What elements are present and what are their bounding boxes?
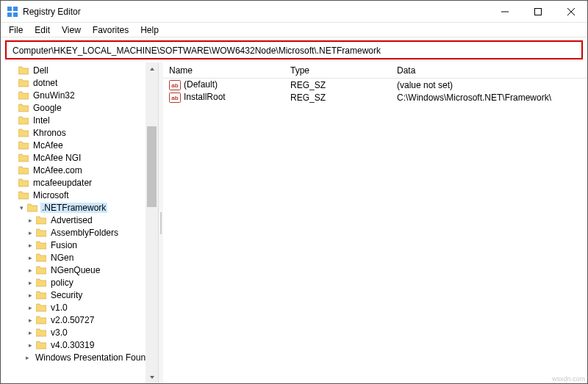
- svg-rect-1: [13, 7, 18, 11]
- tree-item[interactable]: Dell: [1, 64, 158, 76]
- scroll-thumb[interactable]: [147, 126, 157, 207]
- expander-none-icon: [8, 166, 17, 175]
- tree-item[interactable]: ▸Windows Presentation Foundat: [1, 351, 158, 363]
- expander-none-icon: [8, 116, 17, 125]
- menu-view[interactable]: View: [57, 24, 86, 36]
- tree-item[interactable]: ▸v4.0.30319: [1, 338, 158, 351]
- tree-item[interactable]: ▸v1.0: [1, 301, 158, 314]
- tree-item[interactable]: ▸v2.0.50727: [1, 314, 158, 326]
- tree-item-label: Microsoft: [32, 190, 71, 200]
- tree-item-label: v3.0: [49, 327, 69, 338]
- address-bar[interactable]: Computer\HKEY_LOCAL_MACHINE\SOFTWARE\WOW…: [5, 40, 583, 59]
- tree-item-label: AssemblyFolders: [49, 228, 120, 238]
- splitter-grip-icon: [160, 212, 162, 234]
- menu-file[interactable]: File: [4, 24, 28, 36]
- tree-item[interactable]: McAfee: [1, 139, 158, 151]
- tree-item[interactable]: ▸Fusion: [1, 239, 158, 251]
- column-header-name[interactable]: Name: [163, 65, 284, 76]
- column-header-data[interactable]: Data: [391, 65, 587, 76]
- tree-item[interactable]: mcafeeupdater: [1, 176, 158, 189]
- scroll-track[interactable]: [146, 75, 158, 371]
- minimize-button[interactable]: [488, 1, 521, 23]
- maximize-button[interactable]: [521, 1, 554, 23]
- scroll-up-button[interactable]: [146, 62, 158, 75]
- tree-item-label: Google: [32, 103, 63, 113]
- expander-none-icon: [8, 104, 17, 112]
- column-header-type[interactable]: Type: [284, 65, 391, 76]
- folder-icon: [18, 79, 29, 87]
- expander-closed-icon[interactable]: ▸: [26, 328, 35, 337]
- expander-none-icon: [8, 153, 17, 162]
- tree-item-label: Security: [49, 290, 84, 300]
- tree-item[interactable]: ▸AssemblyFolders: [1, 226, 158, 239]
- list-header: Name Type Data: [163, 62, 587, 79]
- tree-scrollbar[interactable]: [146, 62, 158, 383]
- tree-item[interactable]: Google: [1, 101, 158, 114]
- folder-icon: [18, 166, 29, 175]
- folder-icon: [36, 303, 46, 312]
- expander-closed-icon[interactable]: ▸: [26, 316, 35, 325]
- folder-icon: [18, 66, 29, 75]
- tree-item-label: Intel: [32, 115, 51, 126]
- folder-icon: [36, 328, 46, 337]
- expander-open-icon[interactable]: ▾: [17, 203, 26, 212]
- expander-closed-icon[interactable]: ▸: [26, 353, 29, 362]
- expander-closed-icon[interactable]: ▸: [26, 266, 35, 275]
- scroll-down-button[interactable]: [146, 371, 158, 383]
- menu-help[interactable]: Help: [135, 24, 164, 36]
- expander-closed-icon[interactable]: ▸: [26, 253, 35, 262]
- expander-closed-icon[interactable]: ▸: [26, 241, 35, 250]
- tree-item[interactable]: ▸v3.0: [1, 326, 158, 338]
- list-row[interactable]: ab(Default)REG_SZ(value not set): [163, 79, 587, 91]
- tree-item[interactable]: ▸Advertised: [1, 214, 158, 226]
- close-button[interactable]: [554, 1, 587, 23]
- folder-icon: [36, 216, 46, 225]
- svg-marker-8: [150, 68, 154, 70]
- watermark: wsxdn.com: [552, 375, 585, 383]
- tree-item-label: dotnet: [32, 78, 59, 88]
- tree-item[interactable]: GnuWin32: [1, 89, 158, 101]
- expander-closed-icon[interactable]: ▸: [26, 303, 35, 312]
- expander-none-icon: [8, 79, 17, 87]
- tree-item[interactable]: McAfee NGI: [1, 151, 158, 164]
- folder-icon: [18, 141, 29, 150]
- tree-item-label: Fusion: [49, 240, 79, 250]
- tree-item[interactable]: ▸NGen: [1, 251, 158, 264]
- address-text: Computer\HKEY_LOCAL_MACHINE\SOFTWARE\WOW…: [12, 46, 381, 56]
- list-pane: Name Type Data ab(Default)REG_SZ(value n…: [163, 62, 587, 383]
- tree-item[interactable]: McAfee.com: [1, 164, 158, 176]
- tree-item-label: v2.0.50727: [49, 315, 96, 325]
- tree-item[interactable]: ▸Security: [1, 289, 158, 301]
- tree-item[interactable]: Intel: [1, 114, 158, 126]
- tree-item[interactable]: ▾.NETFramework: [1, 201, 158, 214]
- tree-item-label: GnuWin32: [32, 90, 76, 101]
- folder-icon: [18, 128, 29, 137]
- tree-item[interactable]: ▸NGenQueue: [1, 264, 158, 276]
- value-name-cell: abInstallRoot: [163, 92, 284, 103]
- expander-closed-icon[interactable]: ▸: [26, 341, 35, 349]
- folder-icon: [36, 228, 46, 237]
- menu-favorites[interactable]: Favorites: [87, 24, 134, 36]
- expander-none-icon: [8, 91, 17, 100]
- expander-closed-icon[interactable]: ▸: [26, 291, 35, 300]
- expander-closed-icon[interactable]: ▸: [26, 216, 35, 225]
- titlebar: Registry Editor: [1, 1, 587, 23]
- menu-edit[interactable]: Edit: [29, 24, 55, 36]
- tree-item[interactable]: Khronos: [1, 126, 158, 139]
- value-name: InstallRoot: [184, 92, 226, 102]
- list-row[interactable]: abInstallRootREG_SZC:\Windows\Microsoft.…: [163, 91, 587, 104]
- tree-item[interactable]: Microsoft: [1, 189, 158, 201]
- value-data: C:\Windows\Microsoft.NET\Framework\: [391, 93, 587, 103]
- tree-item-label: Windows Presentation Foundat: [34, 352, 159, 363]
- tree-item-label: NGenQueue: [49, 265, 101, 275]
- expander-closed-icon[interactable]: ▸: [26, 228, 35, 237]
- menubar: File Edit View Favorites Help: [1, 23, 587, 37]
- tree-item[interactable]: ▸policy: [1, 276, 158, 289]
- value-type: REG_SZ: [284, 80, 391, 90]
- folder-icon: [18, 191, 29, 200]
- tree-item[interactable]: dotnet: [1, 76, 158, 89]
- expander-closed-icon[interactable]: ▸: [26, 278, 35, 287]
- expander-none-icon: [8, 178, 17, 187]
- tree-item-label: mcafeeupdater: [32, 178, 93, 188]
- tree-item-label: McAfee NGI: [32, 153, 82, 163]
